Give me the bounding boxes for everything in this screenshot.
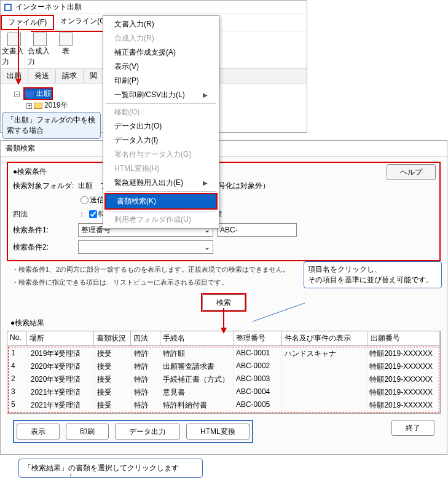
cell-law: 特許 (132, 399, 161, 412)
cell-ref: ABC-0002 (234, 360, 282, 373)
search-conditions: ●検索条件 検索対象フォルダ: 出願 フォルダ配下の以下のフォルダ（暗号化は対象… (7, 162, 441, 261)
cell-name (282, 399, 367, 412)
col-case-name[interactable]: 件名及び事件の表示 (282, 331, 367, 345)
cell-ref: ABC-0001 (234, 347, 282, 360)
cell-no: 1 (9, 347, 28, 360)
cond2-select[interactable]: ⌄ (78, 240, 213, 254)
data-output-button[interactable]: データ出力 (115, 424, 180, 440)
cond1-value-field[interactable]: ABC- (217, 223, 297, 237)
mi-user-folder: 利用者フォルダ作成(U) (103, 213, 219, 227)
mi-emergency[interactable]: 緊急避難用入出力(E)▶ (103, 176, 219, 190)
cell-law: 特許 (132, 347, 161, 360)
mi-composite-input: 合成入力(R) (103, 31, 219, 45)
callout-select-result: 「検索結果」の書類を選択してクリックします (18, 459, 203, 478)
col-no[interactable]: No. (7, 331, 27, 345)
table-row[interactable]: 32021年¥受理済接受特許意見書ABC-0004特願2019-XXXXXX (9, 386, 439, 399)
tool-doc-input[interactable]: 文書入力 (2, 33, 26, 67)
callout-sort-columns: 項目名をクリックし、 その項目を基準に並び替え可能です。 (304, 261, 442, 288)
table-row[interactable]: 52021年¥受理済接受特許特許料納付書ABC-0005特願2019-XXXXX… (9, 399, 439, 412)
cell-no: 3 (9, 386, 28, 399)
expand-icon[interactable]: + (26, 103, 32, 109)
tab-view[interactable]: 閲 (84, 69, 104, 83)
app-icon (3, 2, 13, 12)
collapse-icon[interactable]: - (14, 92, 20, 97)
cell-ref: ABC-0003 (234, 373, 282, 386)
svg-rect-1 (6, 5, 10, 10)
cond2-label: 検索条件2: (13, 242, 74, 253)
folder-icon (34, 103, 42, 109)
table-row[interactable]: 22020年¥受理済接受特許手続補正書（方式）ABC-0003特願2019-XX… (9, 373, 439, 386)
file-menu-popup: 文書入力(R) 合成入力(R) 補正書作成支援(A) 表示(V) 印刷(P) 一… (103, 15, 219, 229)
cell-st: 接受 (95, 360, 131, 373)
cell-proc: 特許料納付書 (160, 399, 234, 412)
cell-app: 特願2019-XXXXXX (367, 399, 439, 412)
tab-application[interactable]: 出願 (1, 69, 28, 83)
cell-st: 接受 (95, 399, 131, 412)
col-status[interactable]: 書類状況 (94, 331, 131, 345)
titlebar: インターネット出願 (1, 1, 307, 14)
print-button[interactable]: 印刷 (66, 424, 109, 440)
cell-loc: 2020年¥受理済 (28, 360, 95, 373)
mi-data-input[interactable]: データ入力(I) (103, 133, 219, 148)
tool-table[interactable]: 表 (53, 33, 78, 67)
chevron-right-icon: ▶ (203, 92, 208, 98)
mi-display[interactable]: 表示(V) (103, 60, 219, 74)
cell-st: 接受 (95, 386, 131, 399)
action-button-group: 表示 印刷 データ出力 HTML変換 (13, 420, 253, 443)
cell-name (282, 373, 367, 386)
dialog-title: 書類検索 (1, 141, 447, 156)
mi-amendment-support[interactable]: 補正書作成支援(A) (103, 45, 219, 60)
table-row[interactable]: 12019年¥受理済接受特許特許願ABC-0001ハンドスキャナ特願2019-X… (9, 347, 439, 360)
cell-app: 特願2019-XXXXXX (367, 347, 439, 360)
svg-rect-2 (25, 91, 34, 97)
show-button[interactable]: 表示 (17, 424, 60, 440)
mi-signed-input: 署名付与データ入力(G) (103, 148, 219, 162)
radio-send-file-input[interactable] (81, 196, 88, 204)
app-title: インターネット出願 (15, 2, 82, 12)
results-header: ●検索結果 (10, 318, 441, 328)
mi-move: 移動(O) (103, 105, 219, 119)
mi-print[interactable]: 印刷(P) (103, 74, 219, 88)
mi-list-print[interactable]: 一覧印刷/CSV出力(L)▶ (103, 88, 219, 102)
dialog-footer: 表示 印刷 データ出力 HTML変換 終了 (7, 414, 441, 449)
menu-file[interactable]: ファイル(F) (1, 15, 54, 30)
mi-html-convert: HTML変換(H) (103, 162, 219, 176)
cell-law: 特許 (132, 360, 161, 373)
col-app-number[interactable]: 出願番号 (368, 331, 440, 345)
tool-composite-input[interactable]: 合成入力 (28, 33, 52, 67)
search-button[interactable]: 検索 (202, 294, 245, 310)
grid-header: No. 場所 書類状況 四法 手続名 整理番号 件名及び事件の表示 出願番号 (7, 331, 440, 346)
col-ref-number[interactable]: 整理番号 (234, 331, 283, 345)
col-procedure[interactable]: 手続名 (160, 331, 234, 345)
separator (106, 103, 216, 104)
col-location[interactable]: 場所 (27, 331, 94, 345)
cell-no: 2 (9, 373, 28, 386)
cell-proc: 手続補正書（方式） (160, 373, 234, 386)
tab-claim[interactable]: 請求 (56, 69, 84, 83)
mi-doc-input[interactable]: 文書入力(R) (103, 17, 219, 31)
tab-dispatch[interactable]: 発送 (28, 69, 56, 83)
mi-data-output[interactable]: データ出力(O) (103, 119, 219, 133)
cell-name: ハンドスキャナ (282, 347, 367, 360)
grid-body: 12019年¥受理済接受特許特許願ABC-0001ハンドスキャナ特願2019-X… (8, 347, 439, 412)
mi-document-search[interactable]: 書類検索(K) (106, 194, 216, 208)
html-convert-button[interactable]: HTML変換 (186, 424, 250, 440)
col-law[interactable]: 四法 (131, 331, 160, 345)
cell-app: 特願2019-XXXXXX (367, 386, 439, 399)
chk-patent-input[interactable] (89, 210, 97, 218)
cond1-label: 検索条件1: (13, 225, 74, 235)
close-button[interactable]: 終了 (391, 420, 434, 436)
cell-app: 特願2019-XXXXXX (367, 360, 439, 373)
cell-name (282, 360, 367, 373)
results-grid: No. 場所 書類状況 四法 手続名 整理番号 件名及び事件の表示 出願番号 1… (7, 331, 441, 414)
cell-loc: 2021年¥受理済 (28, 399, 95, 412)
chevron-down-icon: ⌄ (204, 243, 210, 251)
separator (106, 191, 216, 192)
folder-label: 検索対象フォルダ: (13, 181, 74, 191)
cell-loc: 2019年¥受理済 (28, 347, 95, 360)
search-dialog: 書類検索 ヘルプ ●検索条件 検索対象フォルダ: 出願 フォルダ配下の以下のフォ… (0, 140, 447, 455)
help-button[interactable]: ヘルプ (387, 164, 436, 180)
table-row[interactable]: 42020年¥受理済接受特許出願審査請求書ABC-0002特願2019-XXXX… (9, 360, 439, 373)
cell-law: 特許 (132, 373, 161, 386)
cell-proc: 出願審査請求書 (160, 360, 234, 373)
